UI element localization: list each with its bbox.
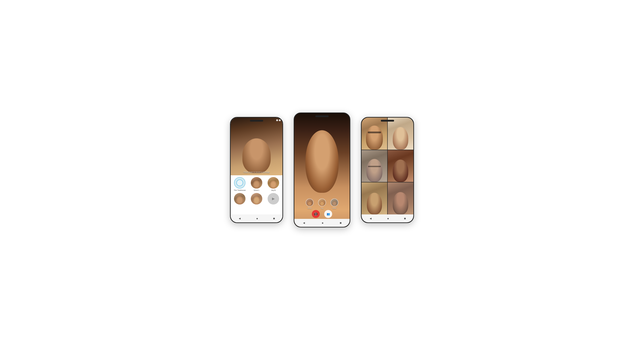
call-controls: 📵 👥 bbox=[294, 210, 350, 218]
main-scene: Swipe down to record a message The Treeh… bbox=[221, 104, 423, 236]
grid-cell-4 bbox=[388, 150, 413, 182]
phone-2-video-bg bbox=[294, 113, 350, 227]
mike-avatar bbox=[330, 199, 338, 207]
treehouse-avatar bbox=[234, 177, 246, 189]
zhou-name: Zhou bbox=[308, 207, 312, 209]
joyb-label: Joy B bbox=[271, 189, 276, 191]
video-play-button[interactable]: ▶ bbox=[268, 193, 279, 205]
power-button bbox=[282, 140, 283, 146]
video-grid bbox=[362, 118, 413, 214]
home-button-2[interactable]: ● bbox=[322, 221, 323, 225]
power-button-3 bbox=[413, 140, 414, 146]
caller-mike: Mike bbox=[330, 199, 338, 209]
recents-button-2[interactable]: ■ bbox=[340, 221, 342, 225]
grid-cell-5 bbox=[362, 182, 387, 214]
grid-cell-3 bbox=[362, 150, 387, 182]
phone-2: Zhou Joy Mike bbox=[294, 112, 350, 228]
end-call-button[interactable]: 📵 bbox=[312, 210, 320, 218]
caller-zhou: Zhou bbox=[306, 199, 314, 209]
phone-2-screen: Zhou Joy Mike bbox=[294, 113, 350, 227]
grid-cell-1 bbox=[362, 118, 387, 150]
mike-name: Mike bbox=[332, 207, 336, 209]
home-button[interactable]: ● bbox=[256, 217, 258, 220]
phone-1: Swipe down to record a message The Treeh… bbox=[230, 117, 283, 223]
grid-cell-6 bbox=[388, 182, 413, 214]
contacts-row-1: The Treehouse Vince L bbox=[232, 177, 281, 191]
contact-joyb[interactable]: Joy B bbox=[266, 177, 281, 191]
phone-2-face bbox=[306, 130, 338, 193]
contact-treehouse[interactable]: The Treehouse bbox=[232, 177, 247, 191]
zhou-avatar bbox=[306, 199, 314, 207]
home-button-3[interactable]: ● bbox=[387, 217, 389, 220]
contact-vince[interactable]: Vince L bbox=[249, 177, 264, 191]
phone-3-bottom-nav: ◄ ● ■ bbox=[362, 214, 413, 222]
joy-avatar bbox=[318, 199, 326, 207]
contact-5[interactable] bbox=[249, 193, 264, 205]
phone-3: ◄ ● ■ bbox=[361, 117, 414, 223]
contact-4[interactable] bbox=[232, 193, 247, 205]
recents-button-3[interactable]: ■ bbox=[404, 217, 406, 220]
vince-avatar bbox=[251, 177, 262, 189]
phone-3-inner: ◄ ● ■ bbox=[362, 118, 413, 222]
phone-3-screen: ◄ ● ■ bbox=[362, 118, 413, 222]
vince-label: Vince L bbox=[254, 189, 260, 191]
treehouse-label: The Treehouse bbox=[234, 189, 246, 191]
contact-5-avatar bbox=[251, 193, 262, 205]
phone-1-video-area: Swipe down to record a message bbox=[231, 118, 282, 175]
back-button-3[interactable]: ◄ bbox=[369, 217, 372, 220]
contact-video[interactable]: ▶ bbox=[266, 193, 281, 205]
phone-2-inner: Zhou Joy Mike bbox=[294, 113, 350, 227]
grid-cell-2 bbox=[388, 118, 413, 150]
phone-1-bottom-nav: ◄ ● ■ bbox=[231, 214, 282, 222]
swipe-hint: Swipe down to record a message bbox=[231, 171, 282, 173]
phone-2-bottom-nav: ◄ ● ■ bbox=[294, 219, 350, 227]
phone-1-icons-row bbox=[276, 119, 281, 121]
caller-joy: Joy bbox=[318, 199, 326, 209]
treehouse-avatar-inner bbox=[236, 179, 243, 186]
joy-name: Joy bbox=[321, 207, 323, 209]
power-button-2 bbox=[350, 135, 350, 142]
group-button[interactable]: 👥 bbox=[324, 210, 332, 218]
phone-1-screen: Swipe down to record a message The Treeh… bbox=[231, 118, 282, 222]
back-button[interactable]: ◄ bbox=[238, 217, 241, 220]
contact-4-avatar bbox=[234, 193, 246, 205]
contacts-row-2: ▶ bbox=[232, 193, 281, 205]
grid-icon bbox=[276, 119, 278, 121]
recents-button[interactable]: ■ bbox=[273, 217, 275, 220]
callers-strip: Zhou Joy Mike bbox=[294, 199, 350, 209]
settings-icon bbox=[279, 119, 281, 121]
back-button-2[interactable]: ◄ bbox=[302, 221, 306, 225]
phone-1-inner: Swipe down to record a message The Treeh… bbox=[231, 118, 282, 222]
joyb-avatar bbox=[268, 177, 279, 189]
